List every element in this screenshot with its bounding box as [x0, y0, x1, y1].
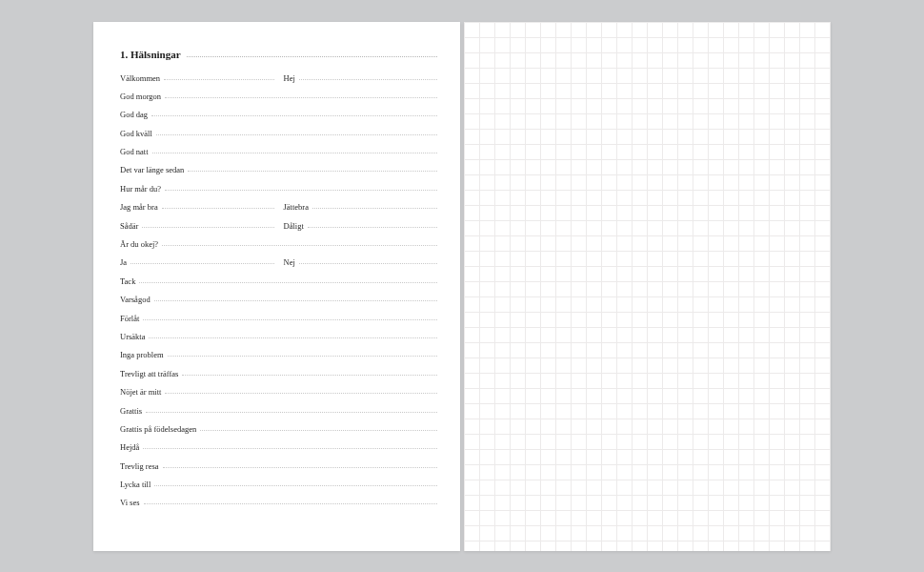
leader-dots [143, 319, 437, 320]
vocab-term: Trevligt att träffas [120, 369, 178, 378]
leader-dots [154, 300, 437, 301]
vocab-term: Sådär [120, 221, 138, 231]
leader-dots [131, 263, 273, 264]
vocab-term: Det var länge sedan [120, 165, 184, 174]
vocab-row: Grattis [120, 406, 437, 424]
leader-dots [149, 337, 437, 338]
leader-dots [162, 245, 437, 246]
vocab-term: Nöjet är mitt [120, 387, 161, 397]
vocab-half: Sådär [120, 221, 274, 231]
vocab-term: Hej [284, 73, 295, 83]
leader-dots [152, 153, 437, 153]
vocab-term: God natt [120, 147, 149, 156]
leader-dots [139, 282, 437, 283]
vocab-term: Varsågod [120, 295, 151, 304]
vocab-term: Förlåt [120, 314, 139, 323]
section-title: 1. Hälsningar [120, 49, 181, 60]
leader-dots [200, 430, 437, 431]
vocab-row: Vi ses [120, 498, 437, 516]
vocab-term: Välkommen [120, 73, 160, 83]
leader-dots [165, 393, 437, 394]
vocab-term: Ursäkta [120, 332, 145, 341]
vocab-row: God kväll [120, 129, 437, 147]
vocab-row-pair: JaNej [120, 257, 437, 276]
leader-dots [312, 208, 437, 209]
leader-dots [165, 97, 437, 98]
leader-dots [299, 263, 437, 264]
vocab-row: Lycka till [120, 480, 437, 498]
title-leader-dots [187, 56, 437, 57]
vocab-row: God morgon [120, 92, 437, 110]
leader-dots [168, 356, 437, 357]
vocab-half: Välkommen [120, 73, 274, 83]
vocab-term: God dag [120, 110, 148, 119]
vocab-row: Hejdå [120, 442, 437, 460]
vocabulary-list: VälkommenHejGod morgonGod dagGod kvällGo… [120, 73, 437, 517]
leader-dots [165, 190, 437, 191]
vocab-row: Är du okej? [120, 239, 437, 257]
section-title-row: 1. Hälsningar [120, 49, 437, 60]
vocab-row: Trevligt att träffas [120, 369, 437, 387]
leader-dots [188, 171, 437, 172]
vocab-row: Trevlig resa [120, 461, 437, 480]
vocab-term: Grattis [120, 406, 142, 416]
vocab-term: Jag mår bra [120, 202, 158, 212]
left-page: 1. Hälsningar VälkommenHejGod morgonGod … [93, 22, 460, 551]
leader-dots [182, 375, 437, 376]
vocab-half: Jättebra [284, 202, 438, 212]
leader-dots [142, 227, 273, 228]
leader-dots [163, 467, 437, 468]
right-page-grid [464, 22, 831, 551]
leader-dots [308, 227, 437, 228]
vocab-row: Inga problem [120, 350, 437, 368]
leader-dots [143, 448, 437, 449]
vocab-term: Inga problem [120, 350, 164, 359]
leader-dots [154, 485, 437, 486]
vocab-row: Hur mår du? [120, 184, 437, 202]
vocab-row-pair: VälkommenHej [120, 73, 437, 92]
vocab-term: Grattis på födelsedagen [120, 424, 196, 434]
vocab-row: Varsågod [120, 295, 437, 313]
vocab-term: Dåligt [284, 221, 304, 231]
vocab-term: Tack [120, 276, 135, 286]
vocab-half: Nej [284, 257, 438, 267]
vocab-term: Är du okej? [120, 239, 158, 249]
vocab-term: Lycka till [120, 480, 151, 489]
book-spread: 1. Hälsningar VälkommenHejGod morgonGod … [93, 22, 831, 551]
vocab-term: Jättebra [284, 202, 309, 212]
leader-dots [146, 412, 437, 413]
vocab-row: Det var länge sedan [120, 165, 437, 183]
vocab-term: God morgon [120, 92, 161, 101]
vocab-term: Nej [284, 257, 295, 267]
vocab-row: God natt [120, 147, 437, 165]
vocab-half: Ja [120, 257, 274, 267]
vocab-row-pair: Jag mår braJättebra [120, 202, 437, 220]
vocab-half: Dåligt [284, 221, 438, 231]
vocab-row: Tack [120, 276, 437, 295]
vocab-term: Vi ses [120, 498, 140, 507]
vocab-term: Hur mår du? [120, 184, 161, 194]
vocab-term: Ja [120, 257, 127, 267]
vocab-row-pair: SådärDåligt [120, 221, 437, 239]
vocab-half: Jag mår bra [120, 202, 274, 212]
vocab-half: Hej [284, 73, 438, 83]
vocab-term: Trevlig resa [120, 461, 159, 471]
vocab-term: Hejdå [120, 442, 139, 452]
vocab-row: Förlåt [120, 314, 437, 332]
leader-dots [156, 134, 437, 135]
vocab-term: God kväll [120, 129, 152, 138]
leader-dots [144, 503, 437, 504]
leader-dots [164, 79, 273, 80]
vocab-row: Nöjet är mitt [120, 387, 437, 405]
vocab-row: Grattis på födelsedagen [120, 424, 437, 442]
leader-dots [151, 115, 437, 116]
vocab-row: Ursäkta [120, 332, 437, 350]
leader-dots [162, 208, 274, 209]
leader-dots [299, 79, 437, 80]
vocab-row: God dag [120, 110, 437, 128]
